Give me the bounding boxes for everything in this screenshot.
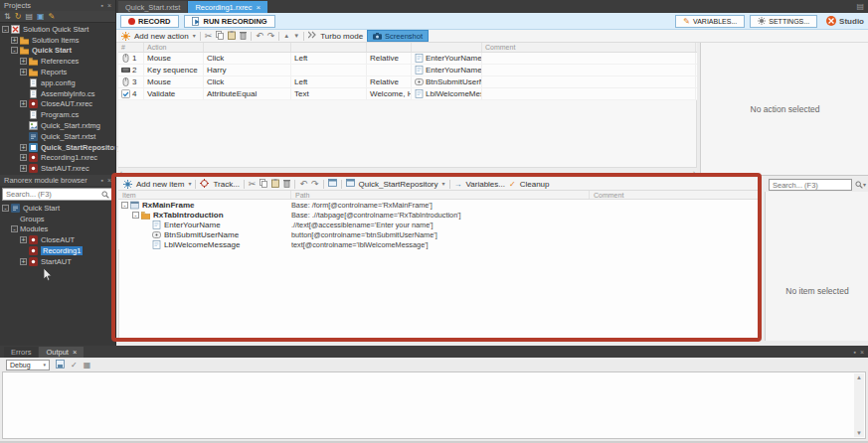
vertical-scrollbar[interactable]: ▲ ▼ (854, 373, 864, 437)
pin-icon[interactable]: ▪ (853, 349, 855, 356)
snapshot-icon[interactable] (328, 179, 337, 189)
undo-icon[interactable]: ↶ (299, 180, 307, 189)
undo-icon[interactable]: ↶ (256, 32, 263, 41)
repo-variables-button[interactable]: Variables... (466, 180, 505, 189)
expander-icon[interactable]: + (20, 58, 27, 65)
autoscroll-icon[interactable]: ✓ (71, 361, 78, 369)
action-row-3[interactable]: 3MouseClickLeftRelative BtnSubmitUserNam… (118, 76, 697, 88)
close-icon[interactable]: × (73, 348, 77, 357)
close-icon[interactable]: × (257, 3, 261, 12)
projects-item-solution-quick-start[interactable]: -Solution Quick Start (0, 24, 115, 35)
tab-list-icon[interactable]: ▤ (856, 2, 864, 11)
record-button[interactable]: RECORD (120, 15, 179, 28)
expander-icon[interactable]: - (132, 212, 139, 219)
expander-icon[interactable]: + (20, 165, 27, 172)
close-icon[interactable]: × (860, 349, 864, 356)
move-up-icon[interactable]: ▲ (283, 32, 289, 41)
expander-icon[interactable]: - (11, 225, 18, 232)
action-row-4[interactable]: 4ValidateAttributeEqualTextWelcome, Harr… (118, 88, 697, 100)
projects-item-closeaut-rxrec[interactable]: +CloseAUT.rxrec (0, 99, 115, 110)
chevron-down-icon[interactable]: ▾ (442, 180, 445, 189)
output-tab-errors[interactable]: Errors (4, 347, 38, 358)
paste-icon[interactable] (271, 179, 279, 190)
expander-icon[interactable]: + (20, 144, 27, 151)
collapse-all-icon[interactable]: ⇅ (4, 12, 11, 21)
debug-level-dropdown[interactable]: Debug ▾ (6, 360, 50, 370)
close-icon[interactable]: × (107, 0, 111, 11)
refresh-icon[interactable]: ↻ (15, 12, 22, 21)
turbo-mode-toggle[interactable]: Turbo mode (320, 32, 363, 41)
scroll-left-icon[interactable]: ‹ (120, 169, 122, 175)
expander-icon[interactable]: + (20, 236, 27, 243)
move-down-icon[interactable]: ▼ (293, 32, 299, 41)
module-item-recording1[interactable]: Recording1 (0, 245, 115, 256)
scroll-right-icon[interactable]: › (693, 169, 695, 175)
add-new-item-button[interactable]: Add new item (136, 180, 184, 189)
output-console[interactable]: ▲ ▼ (2, 371, 866, 439)
repository-search-input[interactable] (773, 181, 848, 190)
track-button[interactable]: Track... (213, 180, 239, 189)
add-new-action-button[interactable]: Add new action (134, 32, 189, 41)
search-icon[interactable] (855, 181, 863, 191)
projects-item-recording1-rxrec[interactable]: +Recording1.rxrec (0, 153, 115, 164)
expander-icon[interactable]: + (20, 258, 27, 265)
projects-item-quick-startrepository-rxrep[interactable]: +Quick_StartRepository.rxrep (0, 142, 115, 153)
run-recording-button[interactable]: RUN RECORDING (184, 15, 275, 28)
expander-icon[interactable]: + (20, 69, 27, 75)
edit-icon[interactable]: ✎ (49, 12, 56, 21)
screenshot-toggle[interactable]: Screenshot (367, 30, 429, 42)
tab-recording1-rxrec[interactable]: Recording1.rxrec× (188, 1, 267, 13)
repo-item-enteryourname[interactable]: EnterYourName.//text[@accessiblename='En… (118, 220, 761, 229)
cut-icon[interactable]: ✂ (205, 32, 213, 41)
projects-item-quick-start-rxtst[interactable]: Quick_Start.rxtst (0, 131, 115, 142)
chevron-down-icon[interactable]: ▾ (193, 32, 196, 41)
variables-button[interactable]: ✎ VARIABLES... (675, 15, 745, 28)
module-item-closeaut[interactable]: +CloseAUT (0, 234, 115, 245)
close-icon[interactable]: × (107, 175, 111, 186)
cleanup-button[interactable]: Cleanup (520, 180, 550, 189)
projects-item-app-config[interactable]: app.config (0, 77, 115, 88)
delete-icon[interactable] (240, 31, 247, 42)
expander-icon[interactable]: - (2, 26, 9, 33)
projects-item-assemblyinfo-cs[interactable]: AssemblyInfo.cs (0, 88, 115, 99)
search-options-chevron-icon[interactable]: ▾ (863, 181, 866, 188)
expander-icon[interactable]: - (2, 205, 9, 212)
chevron-down-icon[interactable]: ▾ (188, 180, 191, 189)
projects-item-references[interactable]: +References (0, 56, 115, 67)
repository-selector[interactable]: Quick_StartRepository (359, 180, 438, 189)
pin-icon[interactable]: ▪ (100, 175, 102, 186)
delete-icon[interactable] (283, 179, 290, 190)
redo-icon[interactable]: ↷ (267, 32, 275, 41)
module-search-input[interactable] (6, 190, 101, 199)
repo-item-rxtabintroduction[interactable]: -RxTabIntroductionBase: .//tabpage[@cont… (118, 210, 761, 220)
cut-icon[interactable]: ✂ (249, 180, 257, 189)
projects-item-startaut-rxrec[interactable]: +StartAUT.rxrec (0, 163, 115, 174)
module-item-quick-start[interactable]: -Quick Start (0, 203, 115, 214)
pin-icon[interactable]: ▪ (100, 0, 102, 11)
add-module-icon[interactable]: ▣ (37, 12, 45, 21)
action-row-2[interactable]: 2Key sequenceHarry EnterYourName (118, 65, 697, 76)
projects-item-reports[interactable]: +Reports (0, 67, 115, 77)
module-item-startaut[interactable]: +StartAUT (0, 256, 115, 267)
repo-item-btnsubmitusername[interactable]: BtnSubmitUserNamebutton[@controlname='bt… (118, 229, 761, 239)
word-wrap-icon[interactable]: ▦ (84, 361, 91, 369)
settings-button[interactable]: SETTINGS... (750, 15, 817, 28)
horizontal-scrollbar[interactable]: ‹ › (118, 167, 697, 175)
copy-icon[interactable] (260, 179, 267, 190)
projects-item-program-cs[interactable]: Program.cs (0, 109, 115, 120)
scroll-up-icon[interactable]: ▲ (856, 374, 862, 380)
expander-icon[interactable]: + (11, 37, 18, 44)
properties-icon[interactable]: ▤ (25, 12, 33, 21)
output-tab-output[interactable]: Output× (39, 347, 84, 358)
expander-icon[interactable]: + (20, 154, 27, 161)
search-icon[interactable] (101, 191, 109, 199)
projects-item-quick-start-rxtmg[interactable]: Quick_Start.rxtmg (0, 120, 115, 131)
projects-item-solution-items[interactable]: +Solution Items (0, 35, 115, 46)
expander-icon[interactable]: - (121, 202, 128, 209)
expander-icon[interactable]: - (11, 47, 18, 54)
paste-icon[interactable] (228, 31, 236, 42)
redo-icon[interactable]: ↷ (311, 180, 319, 189)
copy-icon[interactable] (216, 31, 224, 42)
module-item-groups[interactable]: Groups (0, 214, 115, 224)
repo-item-rxmainframe[interactable]: -RxMainFrameBase: /form[@controlname='Rx… (118, 200, 761, 210)
